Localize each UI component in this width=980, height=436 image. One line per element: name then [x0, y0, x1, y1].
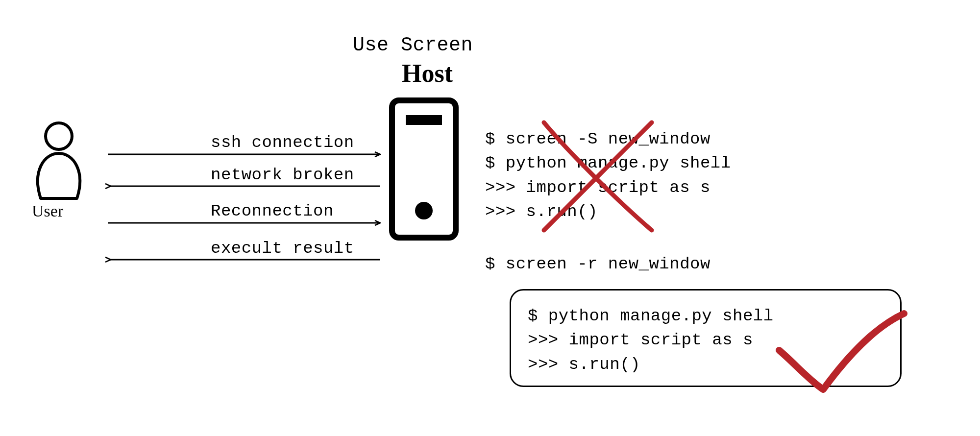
svg-point-0: [46, 123, 72, 149]
host-label: Host: [402, 59, 453, 88]
arrow-label-ssh: ssh connection: [211, 133, 354, 152]
cmd-run: >>> s.run(): [485, 200, 731, 224]
svg-rect-2: [406, 115, 442, 125]
terminal-session-disconnected: $ screen -S new_window $ python manage.p…: [485, 127, 731, 224]
user-label: User: [32, 202, 63, 220]
cmd-python-shell: $ python manage.py shell: [485, 151, 731, 175]
svg-point-3: [415, 202, 433, 219]
cmd-screen-reattach: $ screen -r new_window: [485, 255, 710, 273]
box-cmd-python-shell: $ python manage.py shell: [528, 304, 883, 328]
arrow-label-broken: network broken: [211, 166, 354, 184]
arrow-label-result: execult result: [211, 239, 354, 258]
user-icon: [27, 120, 91, 203]
terminal-session-resumed: $ python manage.py shell >>> import scri…: [510, 289, 902, 387]
cmd-import: >>> import script as s: [485, 176, 731, 200]
box-cmd-run: >>> s.run(): [528, 353, 883, 377]
diagram-title: Use Screen: [353, 34, 473, 56]
box-cmd-import: >>> import script as s: [528, 328, 883, 352]
server-icon: [387, 96, 461, 242]
arrow-label-reconnect: Reconnection: [211, 202, 334, 220]
cmd-screen-new: $ screen -S new_window: [485, 127, 731, 151]
